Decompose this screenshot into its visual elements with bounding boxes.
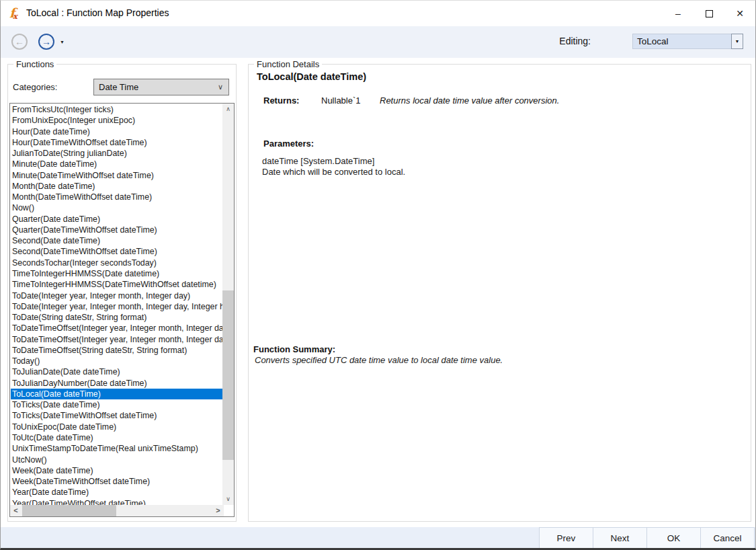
list-item[interactable]: ToDateTimeOffset(Integer year, Integer m… — [11, 334, 222, 345]
list-item[interactable]: Minute(Date dateTime) — [11, 159, 222, 169]
returns-description: Returns local date time value after conv… — [380, 95, 559, 106]
categories-dropdown[interactable]: Date Time ∨ — [93, 79, 229, 95]
editing-dropdown-button[interactable]: ▼ — [731, 34, 743, 49]
footer-bar: PrevNextOKCancel — [1, 527, 755, 548]
editing-value: ToLocal — [637, 36, 669, 46]
minimize-icon: – — [675, 8, 681, 19]
chevron-down-icon: ▼ — [735, 39, 740, 44]
returns-label: Returns: — [263, 95, 299, 106]
list-item[interactable]: Second(DateTimeWithOffset dateTime) — [11, 246, 222, 257]
function-summary-text: Converts specified UTC date time value t… — [255, 355, 503, 365]
next-button[interactable]: Next — [593, 527, 647, 548]
returns-row: Returns: Nullable`1 Returns local date t… — [263, 95, 299, 106]
list-item[interactable]: ToDate(Integer year, Integer month, Inte… — [11, 290, 222, 301]
prev-button[interactable]: Prev — [539, 527, 593, 548]
list-item[interactable]: Hour(DateTimeWithOffset dateTime) — [11, 137, 222, 148]
vertical-scrollbar[interactable]: ∧ ∨ — [222, 104, 234, 505]
functions-group-title: Functions — [13, 59, 56, 69]
parameter-name: dateTime [System.DateTime] — [262, 156, 374, 166]
returns-type: Nullable`1 — [321, 95, 361, 106]
list-item[interactable]: Minute(DateTimeWithOffset dateTime) — [11, 170, 222, 181]
list-item[interactable]: ToTicks(Date dateTime) — [11, 399, 222, 410]
list-item[interactable]: TimeToIntegerHHMMSS(Date datetime) — [11, 268, 222, 279]
scroll-down-icon[interactable]: ∨ — [222, 494, 234, 505]
list-item[interactable]: ToJulianDate(Date dateTime) — [11, 366, 222, 377]
editing-label: Editing: — [559, 36, 591, 46]
list-item[interactable]: ToUnixEpoc(Date dateTime) — [11, 422, 222, 432]
list-item[interactable]: Week(Date dateTime) — [11, 465, 222, 476]
list-item[interactable]: ToUtc(Date dateTime) — [11, 432, 222, 443]
list-item[interactable]: FromUnixEpoc(Integer unixEpoc) — [11, 115, 222, 126]
categories-label: Categories: — [13, 82, 57, 92]
title-bar: fx ToLocal : Function Map Properties – ✕ — [1, 1, 755, 26]
list-item[interactable]: FromTicksUtc(Integer ticks) — [11, 104, 222, 115]
list-item[interactable]: Hour(Date dateTime) — [11, 126, 222, 137]
toolbar: ← → ▼ Editing: ToLocal ▼ — [1, 26, 755, 58]
minimize-button[interactable]: – — [663, 1, 694, 26]
list-item[interactable]: UtcNow() — [11, 455, 222, 465]
close-icon: ✕ — [736, 8, 744, 19]
list-item[interactable]: ToTicks(DateTimeWithOffset dateTime) — [11, 410, 222, 421]
parameter-description: Date which will be converted to local. — [262, 167, 405, 177]
maximize-button[interactable] — [694, 1, 724, 26]
list-item[interactable]: Quarter(DateTimeWithOffset dateTime) — [11, 225, 222, 235]
chevron-down-icon: ∨ — [218, 79, 223, 95]
function-signature-heading: ToLocal(Date dateTime) — [257, 71, 366, 82]
list-item[interactable]: Month(Date dateTime) — [11, 181, 222, 192]
list-item[interactable]: Year(Date dateTime) — [11, 487, 222, 498]
categories-value: Date Time — [99, 82, 138, 92]
details-group-title: Function Details — [254, 59, 322, 69]
list-item[interactable]: ToJulianDayNumber(Date dateTime) — [11, 378, 222, 389]
footer-buttons: PrevNextOKCancel — [540, 527, 755, 548]
list-item[interactable]: Quarter(Date dateTime) — [11, 214, 222, 225]
ok-button[interactable]: OK — [646, 527, 701, 548]
list-item[interactable]: Now() — [11, 202, 222, 213]
maximize-icon — [706, 10, 713, 17]
dialog-window: fx ToLocal : Function Map Properties – ✕… — [0, 0, 756, 550]
list-item[interactable]: ToDateTimeOffset(Integer year, Integer m… — [11, 323, 222, 333]
horizontal-scrollbar[interactable]: < > — [10, 505, 224, 516]
list-item[interactable]: SecondsTochar(Integer secondsToday) — [11, 258, 222, 268]
cancel-button[interactable]: Cancel — [700, 527, 755, 548]
functions-group: Functions Categories: Date Time ∨ FromTi… — [7, 64, 237, 522]
list-item[interactable]: Second(Date dateTime) — [11, 235, 222, 246]
back-button[interactable]: ← — [11, 34, 28, 50]
forward-button[interactable]: → — [38, 34, 54, 50]
forward-icon: → — [42, 36, 51, 47]
scroll-left-icon[interactable]: < — [10, 505, 22, 516]
list-item[interactable]: Today() — [11, 356, 222, 366]
function-details-group: Function Details ToLocal(Date dateTime) … — [248, 64, 751, 522]
list-item[interactable]: ToLocal(Date dateTime) — [11, 389, 222, 399]
list-item[interactable]: ToDate(Integer year, Integer month, Inte… — [11, 301, 222, 312]
list-item[interactable]: UnixTimeStampToDateTime(Real unixTimeSta… — [11, 443, 222, 454]
function-list: FromTicksUtc(Integer ticks)FromUnixEpoc(… — [11, 104, 222, 506]
horizontal-scroll-thumb[interactable] — [22, 505, 116, 516]
list-item[interactable]: Month(DateTimeWithOffset dateTime) — [11, 192, 222, 202]
editing-combobox[interactable]: ToLocal — [632, 34, 743, 49]
close-button[interactable]: ✕ — [724, 1, 755, 26]
vertical-scroll-thumb[interactable] — [222, 290, 234, 460]
back-icon: ← — [15, 36, 24, 47]
forward-dropdown-caret[interactable]: ▼ — [60, 40, 65, 44]
list-item[interactable]: ToDate(String dateStr, String format) — [11, 312, 222, 323]
scroll-up-icon[interactable]: ∧ — [222, 104, 234, 115]
function-icon: fx — [9, 5, 24, 20]
list-item[interactable]: TimeToIntegerHHMMSS(DateTimeWithOffset d… — [11, 279, 222, 290]
scroll-right-icon[interactable]: > — [212, 505, 224, 516]
function-summary-label: Function Summary: — [253, 344, 335, 354]
list-item[interactable]: Week(DateTimeWithOffset dateTime) — [11, 476, 222, 487]
list-item[interactable]: JulianToDate(String julianDate) — [11, 148, 222, 159]
list-item[interactable]: ToDateTimeOffset(String dateStr, String … — [11, 345, 222, 356]
parameters-label: Parameters: — [263, 139, 314, 149]
function-listbox: FromTicksUtc(Integer ticks)FromUnixEpoc(… — [9, 103, 235, 517]
window-title: ToLocal : Function Map Properties — [26, 7, 169, 18]
